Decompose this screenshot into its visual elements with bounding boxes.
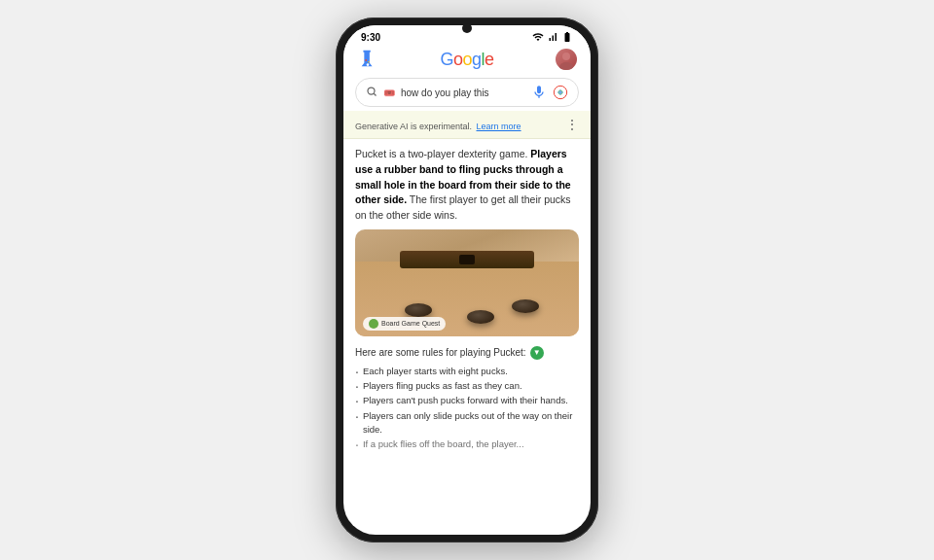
camera-notch [462,23,472,33]
rules-section: Here are some rules for playing Pucket: … [343,342,591,457]
source-icon [369,319,378,329]
rule-item-1: Each player starts with eight pucks. [355,365,579,378]
answer-text: Pucket is a two-player dexterity game. P… [355,147,579,224]
ai-learn-more-link[interactable]: Learn more [477,122,521,131]
search-icon [366,84,377,101]
game-image[interactable]: Board Game Quest [355,229,579,336]
svg-point-0 [365,59,367,61]
ai-banner-menu[interactable]: ⋮ [565,118,579,131]
board-wall [400,251,534,268]
rule-item-4: Players can only slide pucks out of the … [355,409,579,438]
profile-avatar[interactable] [556,49,577,70]
phone-device: 9:30 [336,18,598,542]
rule-item-3: Players can't push pucks forward with th… [355,394,579,407]
svg-point-4 [368,88,375,94]
svg-line-5 [374,93,376,95]
puck-2 [467,310,494,324]
google-header: Google [343,45,591,74]
image-source-badge: Board Game Quest [363,317,446,331]
search-query-text: how do you play this [401,88,525,98]
labs-icon[interactable] [357,49,378,70]
svg-point-3 [559,62,573,70]
rules-header: Here are some rules for playing Pucket: … [355,346,579,360]
ai-banner: Generative AI is experimental. Learn mor… [343,111,591,139]
rule-item-5-partial: If a puck flies off the board, the playe… [355,438,579,451]
board-hole [459,255,475,264]
source-text: Board Game Quest [381,320,440,327]
status-time: 9:30 [361,32,380,43]
rules-expand-button[interactable]: ▼ [530,346,544,360]
microphone-icon[interactable] [531,85,547,100]
lens-icon[interactable] [553,85,568,100]
wifi-icon [532,31,544,43]
svg-point-1 [368,61,369,62]
answer-block: Pucket is a two-player dexterity game. P… [343,139,591,229]
puck-3 [512,299,539,313]
search-emoji: 🎟️ [383,88,395,98]
puck-1 [405,303,432,317]
rule-item-2: Players fling pucks as fast as they can. [355,379,579,393]
rules-title: Here are some rules for playing Pucket: [355,347,526,358]
content-area: Generative AI is experimental. Learn mor… [343,111,591,535]
battery-icon [561,31,573,43]
svg-point-2 [562,52,570,60]
ai-banner-content: Generative AI is experimental. Learn mor… [355,116,521,133]
phone-screen: 9:30 [343,25,591,535]
signal-icon [547,31,558,43]
google-logo: Google [440,50,493,70]
search-bar[interactable]: 🎟️ how do you play this [355,78,579,107]
rules-list: Each player starts with eight pucks. Pla… [355,365,579,452]
ai-banner-text: Generative AI is experimental. [355,122,472,131]
status-icons [532,31,573,43]
answer-intro: Pucket is a two-player dexterity game. [355,148,527,159]
